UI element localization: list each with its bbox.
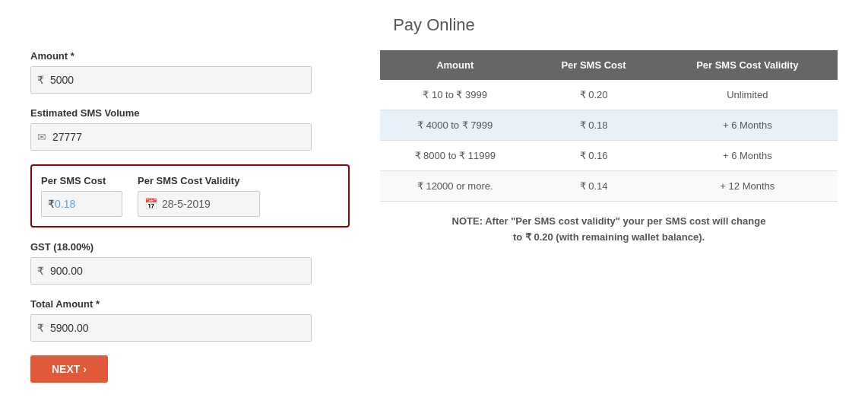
pricing-table: Amount Per SMS Cost Per SMS Cost Validit… bbox=[380, 50, 838, 202]
table-row: ₹ 12000 or more.₹ 0.14+ 12 Months bbox=[380, 171, 838, 202]
total-input-wrapper: ₹ bbox=[30, 314, 312, 342]
per-sms-cost-label: Per SMS Cost bbox=[41, 175, 122, 186]
per-sms-cost-subfield: Per SMS Cost ₹ bbox=[41, 175, 122, 217]
validity-subfield: Per SMS Cost Validity 📅 bbox=[138, 175, 260, 217]
per-sms-highlighted-box: Per SMS Cost ₹ Per SMS Cost Validity 📅 bbox=[30, 164, 350, 228]
total-input[interactable] bbox=[50, 322, 305, 334]
table-row: ₹ 4000 to ₹ 7999₹ 0.18+ 6 Months bbox=[380, 110, 838, 141]
per-sms-cost-input[interactable] bbox=[55, 198, 116, 210]
gst-input[interactable] bbox=[50, 265, 305, 277]
calendar-icon: 📅 bbox=[144, 198, 157, 210]
envelope-icon: ✉ bbox=[37, 131, 46, 143]
table-header-row: Amount Per SMS Cost Per SMS Cost Validit… bbox=[380, 50, 838, 80]
validity-input-wrapper: 📅 bbox=[138, 191, 260, 217]
left-panel: Amount * ₹ Estimated SMS Volume ✉ Per SM… bbox=[30, 50, 350, 383]
pricing-note: NOTE: After "Per SMS cost validity" your… bbox=[380, 214, 838, 246]
rupee-icon: ₹ bbox=[37, 74, 44, 86]
total-label: Total Amount * bbox=[30, 298, 350, 310]
total-field-group: Total Amount * ₹ bbox=[30, 298, 350, 342]
sms-volume-label: Estimated SMS Volume bbox=[30, 107, 350, 119]
table-row: ₹ 8000 to ₹ 11999₹ 0.16+ 6 Months bbox=[380, 141, 838, 171]
validity-date-input[interactable] bbox=[162, 198, 253, 210]
validity-label: Per SMS Cost Validity bbox=[138, 175, 260, 186]
right-panel: Amount Per SMS Cost Per SMS Cost Validit… bbox=[380, 50, 838, 246]
sms-volume-field-group: Estimated SMS Volume ✉ bbox=[30, 107, 350, 151]
cell-per_sms: ₹ 0.14 bbox=[530, 171, 657, 202]
cell-per_sms: ₹ 0.16 bbox=[530, 141, 657, 171]
sms-volume-input-wrapper: ✉ bbox=[30, 123, 312, 151]
cell-per_sms: ₹ 0.20 bbox=[530, 80, 657, 110]
next-button[interactable]: NEXT › bbox=[30, 355, 108, 383]
amount-field-group: Amount * ₹ bbox=[30, 50, 350, 94]
gst-rupee-icon: ₹ bbox=[37, 265, 44, 277]
page-title: Pay Online bbox=[30, 15, 838, 35]
amount-label: Amount * bbox=[30, 50, 350, 62]
cell-validity: Unlimited bbox=[657, 80, 838, 110]
amount-input-wrapper: ₹ bbox=[30, 66, 312, 94]
total-rupee-icon: ₹ bbox=[37, 322, 44, 334]
cell-amount: ₹ 8000 to ₹ 11999 bbox=[380, 141, 530, 171]
sms-volume-input[interactable] bbox=[52, 131, 305, 143]
gst-field-group: GST (18.00%) ₹ bbox=[30, 241, 350, 285]
table-row: ₹ 10 to ₹ 3999₹ 0.20Unlimited bbox=[380, 80, 838, 110]
col-per-sms-cost: Per SMS Cost bbox=[530, 50, 657, 80]
gst-label: GST (18.00%) bbox=[30, 241, 350, 253]
cell-amount: ₹ 12000 or more. bbox=[380, 171, 530, 202]
per-sms-cost-input-wrapper: ₹ bbox=[41, 191, 122, 217]
cell-validity: + 6 Months bbox=[657, 141, 838, 171]
cell-per_sms: ₹ 0.18 bbox=[530, 110, 657, 141]
cell-amount: ₹ 4000 to ₹ 7999 bbox=[380, 110, 530, 141]
cell-amount: ₹ 10 to ₹ 3999 bbox=[380, 80, 530, 110]
col-amount: Amount bbox=[380, 50, 530, 80]
gst-input-wrapper: ₹ bbox=[30, 257, 312, 285]
col-validity: Per SMS Cost Validity bbox=[657, 50, 838, 80]
per-sms-rupee-icon: ₹ bbox=[48, 198, 55, 210]
amount-input[interactable] bbox=[50, 74, 305, 86]
cell-validity: + 12 Months bbox=[657, 171, 838, 202]
cell-validity: + 6 Months bbox=[657, 110, 838, 141]
